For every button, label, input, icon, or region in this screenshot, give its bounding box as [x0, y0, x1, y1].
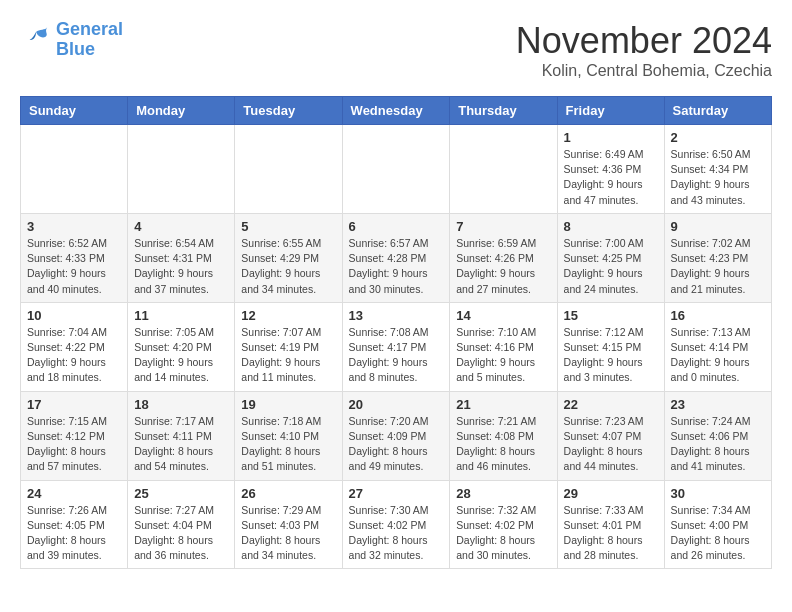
calendar-cell: 20Sunrise: 7:20 AM Sunset: 4:09 PM Dayli… — [342, 391, 450, 480]
day-info: Sunrise: 7:24 AM Sunset: 4:06 PM Dayligh… — [671, 414, 765, 475]
calendar-cell: 13Sunrise: 7:08 AM Sunset: 4:17 PM Dayli… — [342, 302, 450, 391]
calendar-cell: 21Sunrise: 7:21 AM Sunset: 4:08 PM Dayli… — [450, 391, 557, 480]
calendar-week-row: 1Sunrise: 6:49 AM Sunset: 4:36 PM Daylig… — [21, 125, 772, 214]
day-info: Sunrise: 7:23 AM Sunset: 4:07 PM Dayligh… — [564, 414, 658, 475]
calendar-header-sunday: Sunday — [21, 97, 128, 125]
calendar-cell: 25Sunrise: 7:27 AM Sunset: 4:04 PM Dayli… — [128, 480, 235, 569]
calendar-cell: 9Sunrise: 7:02 AM Sunset: 4:23 PM Daylig… — [664, 213, 771, 302]
day-info: Sunrise: 7:34 AM Sunset: 4:00 PM Dayligh… — [671, 503, 765, 564]
calendar-cell — [128, 125, 235, 214]
day-info: Sunrise: 7:27 AM Sunset: 4:04 PM Dayligh… — [134, 503, 228, 564]
calendar-cell: 30Sunrise: 7:34 AM Sunset: 4:00 PM Dayli… — [664, 480, 771, 569]
calendar-week-row: 3Sunrise: 6:52 AM Sunset: 4:33 PM Daylig… — [21, 213, 772, 302]
day-number: 29 — [564, 486, 658, 501]
day-info: Sunrise: 7:07 AM Sunset: 4:19 PM Dayligh… — [241, 325, 335, 386]
calendar-cell: 7Sunrise: 6:59 AM Sunset: 4:26 PM Daylig… — [450, 213, 557, 302]
day-number: 13 — [349, 308, 444, 323]
calendar-cell — [21, 125, 128, 214]
calendar-cell — [235, 125, 342, 214]
day-info: Sunrise: 7:33 AM Sunset: 4:01 PM Dayligh… — [564, 503, 658, 564]
title-block: November 2024 Kolin, Central Bohemia, Cz… — [516, 20, 772, 80]
month-title: November 2024 — [516, 20, 772, 62]
day-info: Sunrise: 7:20 AM Sunset: 4:09 PM Dayligh… — [349, 414, 444, 475]
logo-text: General Blue — [56, 20, 123, 60]
day-info: Sunrise: 6:50 AM Sunset: 4:34 PM Dayligh… — [671, 147, 765, 208]
calendar-header-wednesday: Wednesday — [342, 97, 450, 125]
day-number: 15 — [564, 308, 658, 323]
day-number: 6 — [349, 219, 444, 234]
calendar-cell: 14Sunrise: 7:10 AM Sunset: 4:16 PM Dayli… — [450, 302, 557, 391]
page-header: General Blue November 2024 Kolin, Centra… — [20, 20, 772, 80]
calendar-cell: 4Sunrise: 6:54 AM Sunset: 4:31 PM Daylig… — [128, 213, 235, 302]
calendar-week-row: 17Sunrise: 7:15 AM Sunset: 4:12 PM Dayli… — [21, 391, 772, 480]
calendar-header-thursday: Thursday — [450, 97, 557, 125]
calendar-header-friday: Friday — [557, 97, 664, 125]
day-info: Sunrise: 7:00 AM Sunset: 4:25 PM Dayligh… — [564, 236, 658, 297]
calendar-cell: 19Sunrise: 7:18 AM Sunset: 4:10 PM Dayli… — [235, 391, 342, 480]
calendar-cell: 1Sunrise: 6:49 AM Sunset: 4:36 PM Daylig… — [557, 125, 664, 214]
day-info: Sunrise: 6:54 AM Sunset: 4:31 PM Dayligh… — [134, 236, 228, 297]
day-info: Sunrise: 7:30 AM Sunset: 4:02 PM Dayligh… — [349, 503, 444, 564]
day-number: 10 — [27, 308, 121, 323]
calendar-cell: 17Sunrise: 7:15 AM Sunset: 4:12 PM Dayli… — [21, 391, 128, 480]
day-info: Sunrise: 7:26 AM Sunset: 4:05 PM Dayligh… — [27, 503, 121, 564]
day-info: Sunrise: 6:49 AM Sunset: 4:36 PM Dayligh… — [564, 147, 658, 208]
day-number: 24 — [27, 486, 121, 501]
day-number: 19 — [241, 397, 335, 412]
day-info: Sunrise: 7:10 AM Sunset: 4:16 PM Dayligh… — [456, 325, 550, 386]
day-info: Sunrise: 7:05 AM Sunset: 4:20 PM Dayligh… — [134, 325, 228, 386]
day-info: Sunrise: 7:02 AM Sunset: 4:23 PM Dayligh… — [671, 236, 765, 297]
calendar-week-row: 10Sunrise: 7:04 AM Sunset: 4:22 PM Dayli… — [21, 302, 772, 391]
location-title: Kolin, Central Bohemia, Czechia — [516, 62, 772, 80]
day-info: Sunrise: 7:29 AM Sunset: 4:03 PM Dayligh… — [241, 503, 335, 564]
calendar-cell: 5Sunrise: 6:55 AM Sunset: 4:29 PM Daylig… — [235, 213, 342, 302]
day-number: 28 — [456, 486, 550, 501]
day-number: 4 — [134, 219, 228, 234]
day-info: Sunrise: 6:59 AM Sunset: 4:26 PM Dayligh… — [456, 236, 550, 297]
calendar-header-monday: Monday — [128, 97, 235, 125]
calendar-cell: 23Sunrise: 7:24 AM Sunset: 4:06 PM Dayli… — [664, 391, 771, 480]
day-number: 25 — [134, 486, 228, 501]
day-number: 20 — [349, 397, 444, 412]
day-number: 21 — [456, 397, 550, 412]
day-number: 17 — [27, 397, 121, 412]
calendar-cell: 28Sunrise: 7:32 AM Sunset: 4:02 PM Dayli… — [450, 480, 557, 569]
day-info: Sunrise: 6:55 AM Sunset: 4:29 PM Dayligh… — [241, 236, 335, 297]
day-info: Sunrise: 7:08 AM Sunset: 4:17 PM Dayligh… — [349, 325, 444, 386]
calendar-cell: 3Sunrise: 6:52 AM Sunset: 4:33 PM Daylig… — [21, 213, 128, 302]
day-info: Sunrise: 7:21 AM Sunset: 4:08 PM Dayligh… — [456, 414, 550, 475]
calendar-header-tuesday: Tuesday — [235, 97, 342, 125]
logo: General Blue — [20, 20, 123, 60]
calendar-cell: 8Sunrise: 7:00 AM Sunset: 4:25 PM Daylig… — [557, 213, 664, 302]
day-number: 16 — [671, 308, 765, 323]
calendar-cell — [450, 125, 557, 214]
calendar-cell: 16Sunrise: 7:13 AM Sunset: 4:14 PM Dayli… — [664, 302, 771, 391]
day-number: 9 — [671, 219, 765, 234]
calendar-header-saturday: Saturday — [664, 97, 771, 125]
day-number: 1 — [564, 130, 658, 145]
day-info: Sunrise: 6:57 AM Sunset: 4:28 PM Dayligh… — [349, 236, 444, 297]
day-number: 14 — [456, 308, 550, 323]
calendar-cell: 22Sunrise: 7:23 AM Sunset: 4:07 PM Dayli… — [557, 391, 664, 480]
day-number: 12 — [241, 308, 335, 323]
calendar-week-row: 24Sunrise: 7:26 AM Sunset: 4:05 PM Dayli… — [21, 480, 772, 569]
day-number: 18 — [134, 397, 228, 412]
calendar-cell: 18Sunrise: 7:17 AM Sunset: 4:11 PM Dayli… — [128, 391, 235, 480]
calendar-cell: 26Sunrise: 7:29 AM Sunset: 4:03 PM Dayli… — [235, 480, 342, 569]
day-info: Sunrise: 7:17 AM Sunset: 4:11 PM Dayligh… — [134, 414, 228, 475]
day-number: 27 — [349, 486, 444, 501]
calendar-header-row: SundayMondayTuesdayWednesdayThursdayFrid… — [21, 97, 772, 125]
day-number: 2 — [671, 130, 765, 145]
calendar-cell: 2Sunrise: 6:50 AM Sunset: 4:34 PM Daylig… — [664, 125, 771, 214]
day-number: 30 — [671, 486, 765, 501]
calendar-cell: 29Sunrise: 7:33 AM Sunset: 4:01 PM Dayli… — [557, 480, 664, 569]
calendar-cell: 10Sunrise: 7:04 AM Sunset: 4:22 PM Dayli… — [21, 302, 128, 391]
calendar-cell: 15Sunrise: 7:12 AM Sunset: 4:15 PM Dayli… — [557, 302, 664, 391]
day-number: 22 — [564, 397, 658, 412]
day-number: 5 — [241, 219, 335, 234]
day-number: 26 — [241, 486, 335, 501]
calendar-cell: 12Sunrise: 7:07 AM Sunset: 4:19 PM Dayli… — [235, 302, 342, 391]
calendar-cell: 11Sunrise: 7:05 AM Sunset: 4:20 PM Dayli… — [128, 302, 235, 391]
calendar-cell: 27Sunrise: 7:30 AM Sunset: 4:02 PM Dayli… — [342, 480, 450, 569]
day-info: Sunrise: 6:52 AM Sunset: 4:33 PM Dayligh… — [27, 236, 121, 297]
